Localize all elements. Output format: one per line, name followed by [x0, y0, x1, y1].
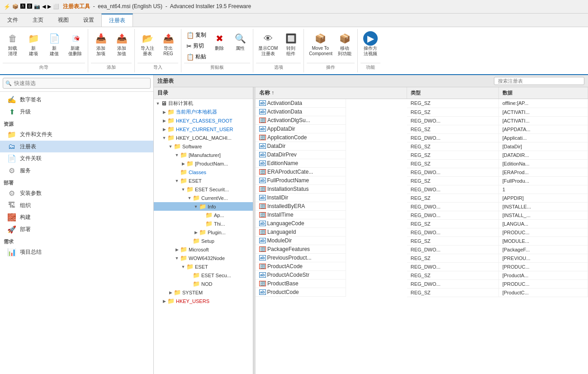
- nav-extra[interactable]: ⬜: [53, 4, 59, 10]
- tree-node-manufacturer[interactable]: ▼ 📁 [Manufacturer]: [154, 151, 253, 159]
- nav-icon-1[interactable]: 📦: [12, 4, 19, 10]
- btn-add-value[interactable]: 📤 添加加值: [112, 30, 132, 58]
- tree-node-plugins[interactable]: ▶ 📁 Plugin...: [154, 228, 253, 237]
- nav-icon-4[interactable]: 📷: [34, 4, 40, 10]
- sidebar-item-file-assoc[interactable]: 📄 文件关联: [0, 152, 153, 165]
- col-header-name[interactable]: 名称 ↑: [256, 87, 407, 99]
- menu-registry[interactable]: 注册表: [101, 14, 133, 27]
- tree-node-nod[interactable]: 📁 NOD: [154, 279, 253, 288]
- table-row[interactable]: 🔣 ProductACode REG_DWO... [PRODUC...: [256, 262, 588, 271]
- btn-paste[interactable]: 📋 粘贴: [184, 52, 209, 62]
- sidebar-search-input[interactable]: [3, 78, 151, 89]
- sidebar-item-org[interactable]: 🏗 组织: [0, 199, 153, 211]
- tree-expand-icon: ▼: [167, 144, 174, 149]
- tree-node-current-user[interactable]: ▶ 📁 当前用户/本地机器: [154, 108, 253, 116]
- table-row[interactable]: ab PreviousProduct... REG_SZ [PREVIOU...: [256, 254, 588, 262]
- tree-node-target[interactable]: ▼ 🖥 目标计算机: [154, 99, 253, 108]
- menu-settings[interactable]: 设置: [76, 14, 101, 27]
- reg-data-cell: [ACTIVATI...: [498, 108, 588, 116]
- tree-node-eset-security-label: ESET Securit...: [195, 187, 229, 192]
- table-row[interactable]: 🔣 InstallationStatus REG_DWO... 1: [256, 185, 588, 194]
- table-row[interactable]: ab AppDataDir REG_SZ [APPDATA...: [256, 125, 588, 133]
- table-row[interactable]: 🔣 InstallTime REG_DWO... [INSTALL_...: [256, 211, 588, 219]
- sidebar-item-registry[interactable]: 🗂 注册表: [0, 141, 153, 152]
- tree-node-software[interactable]: ▼ 📁 Software: [154, 142, 253, 151]
- tree-node-hkcu[interactable]: ▶ 📁 HKEY_CURRENT_USER: [154, 125, 253, 133]
- nav-back[interactable]: ◀: [42, 4, 46, 10]
- tree-node-ap[interactable]: 📁 Ap...: [154, 211, 253, 219]
- tree-node-info[interactable]: ▼ 📁 Info: [154, 202, 253, 211]
- btn-import-registry[interactable]: 📂 导入注册表: [138, 30, 157, 58]
- btn-properties[interactable]: 🔍 属性: [230, 30, 250, 52]
- table-row[interactable]: ab InstallDir REG_SZ [APPDIR]: [256, 194, 588, 202]
- btn-show-com[interactable]: 👁 显示COM注册表: [256, 30, 280, 58]
- tree-node-hkcr-label: HKEY_CLASSES_ROOT: [176, 118, 232, 123]
- btn-cut[interactable]: ✂ 剪切: [184, 41, 209, 51]
- btn-copy[interactable]: 📋 复制: [184, 30, 209, 40]
- table-row[interactable]: ab LanguageCode REG_SZ [LANGUA...: [256, 219, 588, 228]
- tree-node-system[interactable]: ▶ 📁 SYSTEM: [154, 288, 253, 297]
- nav-icon-3[interactable]: 🅱: [27, 4, 32, 10]
- btn-add-item[interactable]: 📥 添加加项: [91, 30, 111, 58]
- tree-node-hklm[interactable]: ▼ 📁 HKEY_LOCAL_MACHI...: [154, 133, 253, 142]
- tree-node-microsoft[interactable]: ▶ 📁 Microsoft: [154, 245, 253, 254]
- btn-how-to-video[interactable]: ▶ 操作方法视频: [360, 30, 380, 58]
- tree-node-eset-security[interactable]: ▼ 📁 ESET Securit...: [154, 185, 253, 194]
- table-row[interactable]: 🔣 InstalledByERA REG_DWO... [INSTALLE...: [256, 202, 588, 211]
- tree-node-thi[interactable]: 📁 Thi...: [154, 219, 253, 228]
- col-header-type[interactable]: 类型: [407, 87, 499, 99]
- btn-delete[interactable]: ✖ 删除: [209, 30, 229, 52]
- btn-new-value[interactable]: 📄 新建值: [44, 30, 64, 58]
- table-row[interactable]: 🔣 LanguageId REG_DWO... [PRODUC...: [256, 228, 588, 237]
- table-row[interactable]: ab ProductCode REG_SZ [ProductC...: [256, 288, 588, 297]
- menu-file[interactable]: 文件: [0, 14, 25, 27]
- table-row[interactable]: 🔣 ApplicationCode REG_DWO... [Applicati.…: [256, 133, 588, 142]
- table-row[interactable]: ab ProductACodeStr REG_SZ [ProductA...: [256, 271, 588, 279]
- nav-forward[interactable]: ▶: [47, 4, 51, 10]
- col-header-data[interactable]: 数据: [498, 87, 588, 99]
- sidebar-item-services[interactable]: ⚙ 服务: [0, 165, 153, 177]
- tree-node-wow6432[interactable]: ▼ 📁 WOW6432Node: [154, 254, 253, 262]
- btn-goto-component[interactable]: 🔲 转到组件: [281, 30, 301, 58]
- btn-new-value-delete[interactable]: 📄ab✖ 新建值删除: [65, 30, 85, 58]
- tree-node-productname[interactable]: ▶ 📁 [ProductNam...: [154, 159, 253, 168]
- table-row[interactable]: ab DataDir REG_SZ [DataDir]: [256, 142, 588, 151]
- registry-search-input[interactable]: [494, 77, 584, 85]
- table-row[interactable]: ab DataDirPrev REG_SZ [DATADIR...: [256, 151, 588, 159]
- tree-node-hkcr[interactable]: ▶ 📁 HKEY_CLASSES_ROOT: [154, 116, 253, 125]
- menu-home[interactable]: 主页: [25, 14, 51, 27]
- table-row[interactable]: 🔣 ActivationDlgSu... REG_DWO... [ACTIVAT…: [256, 116, 588, 125]
- table-row[interactable]: ab EditionName REG_SZ [EditionNa...: [256, 159, 588, 168]
- sidebar-item-digital-sig[interactable]: ✍ 数字签名: [0, 94, 153, 106]
- table-row[interactable]: ab FullProductName REG_SZ [FullProdu...: [256, 176, 588, 185]
- sidebar-item-digital-sig-label: 数字签名: [20, 96, 42, 104]
- tree-node-nod-label: NOD: [201, 281, 212, 287]
- tree-node-wow-eset-sec[interactable]: 📁 ESET Secu...: [154, 271, 253, 279]
- table-row[interactable]: ab ActivationData REG_SZ offline:[AP...: [256, 99, 588, 108]
- tree-node-setup[interactable]: 📁 Setup: [154, 237, 253, 245]
- table-row[interactable]: ab ActivationData REG_SZ [ACTIVATI...: [256, 108, 588, 116]
- btn-move-to-feature[interactable]: 📦 移动到功能: [335, 30, 355, 58]
- table-row[interactable]: 🔣 ERAProductCate... REG_DWO... [ERAProd.…: [256, 168, 588, 176]
- menu-view[interactable]: 视图: [51, 14, 76, 27]
- btn-new-item[interactable]: 📁 新建项: [24, 30, 43, 58]
- table-row[interactable]: ab ModuleDir REG_SZ [MODULE...: [256, 237, 588, 245]
- tree-node-currentversion[interactable]: ▼ 📁 CurrentVe...: [154, 194, 253, 202]
- sidebar-item-upgrade[interactable]: ⬆ 升级: [0, 106, 153, 118]
- sidebar-item-deploy[interactable]: 🚀 部署: [0, 223, 153, 236]
- btn-move-to-component[interactable]: 📦 Move ToComponent: [307, 30, 334, 58]
- nav-icon-2[interactable]: 🅰: [20, 4, 25, 10]
- table-row[interactable]: 🔣 PackageFeatures REG_DWO... [PackageF..…: [256, 245, 588, 254]
- tree-node-hku[interactable]: ▶ 📁 HKEY_USERS: [154, 297, 253, 305]
- btn-export-reg[interactable]: 📤 导出REG: [158, 30, 178, 58]
- reg-name-cell: ab ProductCode: [256, 288, 346, 297]
- sidebar-item-install-params[interactable]: ⚙ 安装参数: [0, 187, 153, 199]
- tree-node-classes[interactable]: 📁 Classes: [154, 168, 253, 176]
- sidebar-item-build[interactable]: 🧱 构建: [0, 211, 153, 223]
- table-row[interactable]: 🔣 ProductBase REG_DWO... [PRODUC...: [256, 279, 588, 288]
- sidebar-item-files[interactable]: 📁 文件和文件夹: [0, 128, 153, 141]
- tree-node-wow-eset[interactable]: ▼ 📁 ESET: [154, 262, 253, 271]
- btn-uninstall-clean[interactable]: 🗑 卸载清理: [3, 30, 23, 58]
- sidebar-item-project-summary[interactable]: 📊 项目总结: [0, 246, 153, 258]
- tree-node-eset[interactable]: ▼ 📁 ESET: [154, 176, 253, 185]
